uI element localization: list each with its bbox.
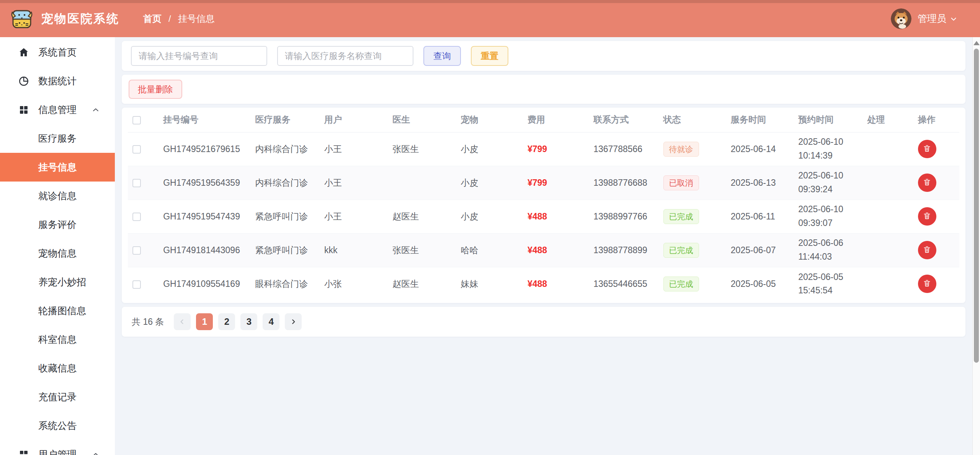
- booked-time: 15:45:54: [798, 284, 858, 298]
- cell-action: [913, 267, 959, 301]
- delete-button[interactable]: [918, 275, 936, 293]
- table-row: GH1749109554169眼科综合门诊小张赵医生妹妹¥48813655446…: [128, 267, 959, 301]
- select-all-checkbox[interactable]: [132, 116, 141, 124]
- cell-booked-time: 2025-06-0611:44:03: [794, 233, 862, 267]
- scrollbar[interactable]: [972, 37, 980, 455]
- column-header-code: 挂号编号: [158, 108, 250, 132]
- column-header-status: 状态: [659, 108, 726, 132]
- chevron-up-icon: [91, 450, 100, 455]
- cell-status: 待就诊: [659, 132, 726, 166]
- sidebar-item-system-announcement[interactable]: 系统公告: [0, 411, 115, 440]
- booked-date: 2025-06-10: [798, 135, 858, 149]
- sidebar-item-visit-info[interactable]: 就诊信息: [0, 182, 115, 210]
- sidebar-item-label: 系统首页: [38, 46, 77, 59]
- status-badge: 待就诊: [663, 142, 699, 157]
- row-checkbox[interactable]: [132, 246, 141, 255]
- header-top-strip: [0, 0, 980, 3]
- booked-date: 2025-06-06: [798, 236, 858, 250]
- column-header-doctor: 医生: [388, 108, 456, 132]
- cell-service-date: 2025-06-14: [726, 132, 794, 166]
- search-panel: 查询 重置: [122, 41, 965, 71]
- fee-value: ¥799: [528, 144, 547, 154]
- user-menu[interactable]: 管理员: [891, 8, 958, 29]
- sidebar-item-home[interactable]: 系统首页: [0, 38, 115, 67]
- cell-pet: 妹妹: [456, 267, 523, 301]
- registration-code-input[interactable]: [131, 46, 267, 66]
- breadcrumb: 首页 / 挂号信息: [143, 13, 215, 25]
- cell-code: GH1749181443096: [158, 233, 250, 267]
- cell-status: 已完成: [659, 200, 726, 233]
- sidebar-item-service-review[interactable]: 服务评价: [0, 210, 115, 239]
- trash-icon: [923, 279, 931, 289]
- pagination-prev-button[interactable]: [174, 313, 191, 330]
- sidebar-item-info-management[interactable]: 信息管理: [0, 95, 115, 124]
- cell-pet: 小皮: [456, 200, 523, 233]
- page-button-2[interactable]: 2: [218, 313, 235, 330]
- row-checkbox[interactable]: [132, 213, 141, 221]
- cell-service: 紧急呼叫门诊: [251, 233, 320, 267]
- cell-code: GH1749519547439: [158, 200, 250, 233]
- cell-service-date: 2025-06-11: [726, 200, 794, 233]
- pagination-panel: 共 16 条 1234: [122, 307, 965, 337]
- row-checkbox[interactable]: [132, 280, 141, 289]
- page-button-1[interactable]: 1: [196, 313, 213, 330]
- delete-button[interactable]: [918, 241, 936, 259]
- column-header-user: 用户: [320, 108, 388, 132]
- pagination-total: 共 16 条: [132, 316, 164, 328]
- cell-doctor: 张医生: [388, 132, 456, 166]
- batch-delete-button[interactable]: 批量删除: [129, 80, 182, 99]
- table-row: GH1749519564359内科综合门诊小王小皮¥79913988776688…: [128, 166, 959, 200]
- delete-button[interactable]: [918, 207, 936, 226]
- row-checkbox[interactable]: [132, 179, 141, 187]
- sidebar-item-label: 系统公告: [38, 419, 77, 432]
- sidebar-item-department-info[interactable]: 科室信息: [0, 325, 115, 354]
- page-button-4[interactable]: 4: [263, 313, 279, 330]
- sidebar-item-medical-service[interactable]: 医疗服务: [0, 124, 115, 153]
- cell-checkbox: [128, 233, 158, 267]
- cell-service: 紧急呼叫门诊: [251, 200, 320, 233]
- delete-button[interactable]: [918, 140, 936, 158]
- cell-fee: ¥488: [523, 200, 589, 233]
- page-buttons: 1234: [196, 313, 279, 330]
- grid-icon: [18, 104, 30, 116]
- query-button[interactable]: 查询: [423, 46, 461, 66]
- sidebar-item-label: 轮播图信息: [38, 304, 86, 317]
- cell-action: [913, 200, 959, 233]
- breadcrumb-home[interactable]: 首页: [143, 13, 162, 25]
- chevron-right-icon: [289, 318, 297, 326]
- medical-service-input[interactable]: [277, 46, 413, 66]
- sidebar-item-pet-info[interactable]: 宠物信息: [0, 239, 115, 268]
- home-icon: [18, 46, 30, 59]
- main-content: 查询 重置 批量删除 挂号编号医疗服务用户医生宠物费用联系方式状态服务时间预约时…: [115, 37, 972, 455]
- booked-date: 2025-06-10: [798, 203, 858, 216]
- sidebar-item-data-stats[interactable]: 数据统计: [0, 67, 115, 95]
- reset-button[interactable]: 重置: [471, 46, 508, 66]
- cell-code: GH1749521679615: [158, 132, 250, 166]
- cell-user: 小张: [320, 267, 388, 301]
- cell-status: 已完成: [659, 267, 726, 301]
- delete-button[interactable]: [918, 173, 936, 192]
- sidebar-item-carousel-info[interactable]: 轮播图信息: [0, 296, 115, 325]
- sidebar-item-pet-care-tips[interactable]: 养宠小妙招: [0, 268, 115, 296]
- sidebar-item-favorites-info[interactable]: 收藏信息: [0, 354, 115, 383]
- scrollbar-thumb[interactable]: [974, 49, 979, 363]
- sidebar-item-recharge-records[interactable]: 充值记录: [0, 383, 115, 411]
- sidebar-item-user-management[interactable]: 用户管理: [0, 440, 115, 455]
- column-header-booked: 预约时间: [794, 108, 862, 132]
- row-checkbox[interactable]: [132, 145, 141, 154]
- cell-user: 小王: [320, 166, 388, 200]
- fee-value: ¥488: [528, 279, 547, 289]
- cell-handle: [862, 166, 913, 200]
- breadcrumb-separator: /: [168, 13, 171, 24]
- triangle-up-icon[interactable]: [973, 41, 980, 45]
- column-header-fee: 费用: [523, 108, 589, 132]
- trash-icon: [923, 245, 931, 255]
- pagination-next-button[interactable]: [285, 313, 302, 330]
- sidebar-item-registration-info[interactable]: 挂号信息: [0, 153, 115, 182]
- table-row: GH1749521679615内科综合门诊小王张医生小皮¥79913677885…: [128, 132, 959, 166]
- page-button-3[interactable]: 3: [240, 313, 257, 330]
- fee-value: ¥488: [528, 211, 547, 221]
- sidebar-item-label: 充值记录: [38, 391, 77, 403]
- trash-icon: [923, 144, 931, 154]
- grid-icon: [18, 448, 30, 455]
